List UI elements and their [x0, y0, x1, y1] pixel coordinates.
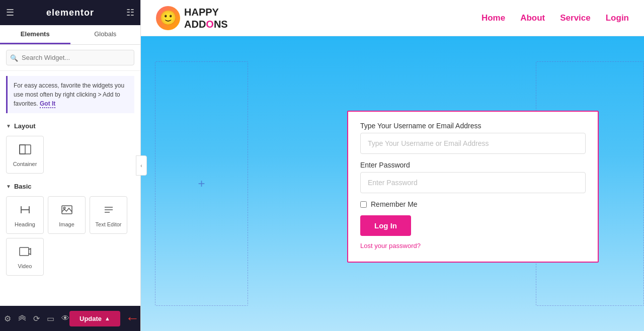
update-button-label: Update: [79, 315, 102, 322]
left-dashed-container[interactable]: +: [155, 61, 248, 306]
right-panel: 🙂 HAPPY ADDONS Home About Service Login: [141, 0, 644, 331]
remember-me-row: Remember Me: [360, 200, 586, 208]
section-layout-header[interactable]: ▼ Layout: [0, 118, 140, 134]
section-basic-header[interactable]: ▼ Basic: [0, 179, 140, 194]
widget-text-editor-label: Text Editor: [96, 221, 122, 227]
nav-service[interactable]: Service: [560, 13, 591, 23]
logo-ns: NS: [214, 19, 228, 30]
image-icon: [60, 203, 73, 218]
site-navigation: 🙂 HAPPY ADDONS Home About Service Login: [141, 0, 644, 36]
forgot-password-link[interactable]: Lost your password?: [360, 242, 586, 250]
search-input[interactable]: [6, 50, 134, 65]
logo-o: O: [206, 19, 214, 30]
username-label: Type Your Username or Email Address: [360, 122, 586, 130]
remember-label: Remember Me: [371, 200, 418, 208]
password-label: Enter Password: [360, 161, 586, 169]
got-it-link[interactable]: Got It: [40, 100, 55, 108]
section-basic-arrow: ▼: [6, 184, 11, 189]
panel-tabs: Elements Globals: [0, 25, 140, 45]
settings-icon[interactable]: ⚙: [4, 314, 11, 323]
update-chevron-icon: ▲: [105, 315, 110, 321]
widget-video[interactable]: Video: [6, 238, 44, 276]
logo-happy: HAPPY: [184, 6, 228, 18]
logo-addons-text1: ADD: [184, 19, 206, 30]
nav-about[interactable]: About: [520, 13, 545, 23]
text-editor-icon: [102, 203, 115, 218]
password-input[interactable]: [360, 172, 586, 193]
history-icon[interactable]: ⟳: [33, 314, 40, 323]
widget-image[interactable]: Image: [48, 196, 86, 234]
section-layout-label: Layout: [14, 122, 36, 130]
brand-label: elementor: [46, 8, 94, 18]
update-button[interactable]: Update ▲: [69, 311, 120, 326]
section-layout-arrow: ▼: [6, 123, 11, 129]
responsive-icon[interactable]: ▭: [47, 314, 54, 323]
video-icon: [19, 245, 32, 260]
svg-point-6: [63, 207, 65, 209]
widget-container[interactable]: Container: [6, 136, 44, 174]
widgets-scrollable: ▼ Layout Container ▼ Basic: [0, 118, 140, 331]
bottom-icons-group: ⚙ ⟳ ▭ 👁: [4, 313, 69, 323]
widget-text-editor[interactable]: Text Editor: [90, 196, 127, 234]
left-panel: ☰ elementor ☷ Elements Globals 🔍 For eas…: [0, 0, 141, 331]
grid-icon[interactable]: ☷: [126, 7, 134, 18]
nav-home[interactable]: Home: [481, 13, 505, 23]
preview-canvas: + + Type Your Username or Email Address …: [141, 36, 644, 331]
heading-icon: [19, 203, 32, 218]
widget-heading[interactable]: Heading: [6, 196, 44, 234]
info-text: For easy access, favorite the widgets yo…: [14, 82, 124, 107]
widget-container-label: Container: [13, 161, 37, 167]
red-arrow-icon: ←: [125, 310, 139, 326]
basic-widgets-grid: Heading Image: [0, 194, 140, 281]
remember-checkbox[interactable]: [360, 201, 367, 208]
layout-widgets-grid: Container: [0, 134, 140, 179]
panel-topbar: ☰ elementor ☷: [0, 0, 140, 25]
tab-elements[interactable]: Elements: [0, 25, 70, 44]
nav-links: Home About Service Login: [481, 13, 629, 23]
logo-addons: ADDONS: [184, 18, 228, 30]
svg-rect-10: [20, 247, 29, 256]
widget-heading-label: Heading: [15, 221, 35, 227]
layers-icon[interactable]: [18, 313, 26, 323]
eye-icon[interactable]: 👁: [61, 314, 69, 323]
nav-login[interactable]: Login: [606, 13, 629, 23]
widget-video-label: Video: [18, 263, 32, 269]
svg-rect-1: [20, 145, 25, 154]
username-input[interactable]: [360, 133, 586, 154]
search-icon: 🔍: [10, 54, 18, 61]
container-icon: [19, 143, 32, 158]
site-logo: 🙂 HAPPY ADDONS: [156, 6, 228, 30]
left-plus-icon[interactable]: +: [198, 177, 205, 191]
panel-search-area: 🔍: [0, 45, 140, 71]
widget-image-label: Image: [59, 221, 74, 227]
logo-happy-text: HAPPY: [184, 7, 219, 18]
logo-text: HAPPY ADDONS: [184, 6, 228, 30]
login-button[interactable]: Log In: [360, 215, 411, 236]
tab-globals[interactable]: Globals: [70, 25, 141, 44]
collapse-panel-handle[interactable]: ‹: [136, 155, 147, 176]
logo-image: 🙂: [156, 6, 180, 30]
info-box: For easy access, favorite the widgets yo…: [6, 76, 134, 113]
hamburger-menu-icon[interactable]: ☰: [6, 7, 14, 18]
panel-bottom-bar: ⚙ ⟳ ▭ 👁 Update ▲ ←: [0, 306, 140, 331]
section-basic-label: Basic: [14, 183, 32, 190]
login-widget: Type Your Username or Email Address Ente…: [347, 111, 599, 263]
